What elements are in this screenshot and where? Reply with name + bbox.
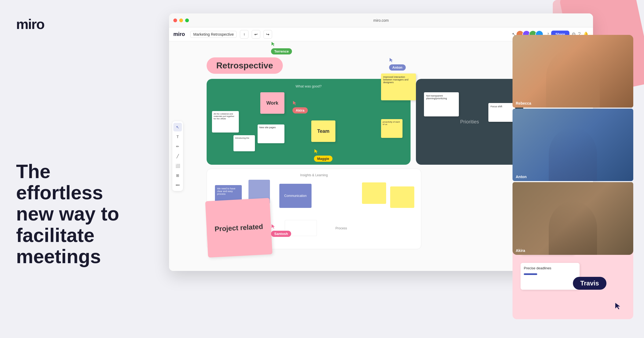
left-panel: miro The effortless new way to facilitat… xyxy=(0,0,153,338)
url-bar[interactable]: miro.com xyxy=(373,18,389,23)
introducing-sticky[interactable]: Introducing the xyxy=(233,135,255,151)
note-tool[interactable]: ⬜ xyxy=(173,161,182,170)
process-label: Process xyxy=(335,226,347,230)
miro-brand[interactable]: miro xyxy=(173,31,185,37)
cursor-arrow-anton xyxy=(389,57,394,63)
priorities-label: Priorities xyxy=(460,119,479,125)
what-was-good-section: What was good? Improved interaction betw… xyxy=(207,79,411,165)
more-tools[interactable]: ••• xyxy=(173,181,182,189)
cursor-arrow-santosh xyxy=(271,224,276,229)
video-tile-anton: Anton xyxy=(513,109,633,181)
miro-logo: miro xyxy=(16,16,137,32)
retro-title: Retrospective xyxy=(207,57,283,74)
svg-marker-3 xyxy=(272,224,275,229)
redo-button[interactable]: ↪ xyxy=(264,30,272,39)
video-name-anton: Anton xyxy=(516,175,526,179)
travis-cursor: Travis xyxy=(614,302,623,311)
new-site-sticky[interactable]: New site pages xyxy=(258,124,284,143)
svg-marker-0 xyxy=(272,42,275,46)
anton-cursor: Anton xyxy=(389,57,406,71)
santosh-badge: Santosh xyxy=(271,231,291,237)
browser-chrome: miro.com xyxy=(169,13,593,27)
board-title[interactable]: Marketing Retrospective xyxy=(190,31,237,38)
frame-tool[interactable]: ⊞ xyxy=(173,171,182,180)
video-name-rebecca: Rebecca xyxy=(516,101,531,105)
deadline-bar xyxy=(524,273,537,275)
cursor-arrow-maggie xyxy=(314,149,319,154)
priorities-section: Priorities Not transparent planning/prio… xyxy=(416,79,523,165)
communication-sticky[interactable]: Communication xyxy=(279,184,312,208)
select-tool[interactable]: ↖ xyxy=(173,123,182,131)
maggie-cursor: Maggie xyxy=(314,149,332,162)
video-tile-akira: Akira xyxy=(513,182,633,255)
svg-marker-5 xyxy=(615,303,620,309)
insight-yellow1[interactable] xyxy=(362,182,386,204)
work-sticky[interactable]: Work xyxy=(260,92,284,114)
traffic-lights xyxy=(173,19,189,22)
close-button[interactable] xyxy=(173,19,177,22)
insight-yellow2[interactable] xyxy=(390,186,414,208)
team-sticky[interactable]: Team xyxy=(311,120,335,142)
pen-tool[interactable]: ✏ xyxy=(173,142,182,151)
cursor-arrow-terrence xyxy=(271,41,276,47)
focus-shift-sticky[interactable]: Focus shift xyxy=(488,103,515,122)
right-panel: miro.com miro Marketing Retrospective ↑ … xyxy=(153,0,644,338)
undo-button[interactable]: ↩ xyxy=(252,30,260,39)
what-was-good-label: What was good? xyxy=(212,84,405,88)
insights-label: Insights & Learning xyxy=(211,173,417,177)
text-tool[interactable]: T xyxy=(173,133,182,141)
video-tile-rebecca: Rebecca xyxy=(513,35,633,108)
anton-badge: Anton xyxy=(389,64,406,71)
cursor-arrow-akira xyxy=(292,100,298,106)
priority-sticky[interactable]: proactivity of each of us xyxy=(381,119,402,138)
improved-sticky[interactable]: Improved interaction between managers an… xyxy=(381,74,416,100)
export-button[interactable]: ↑ xyxy=(240,30,248,39)
video-name-akira: Akira xyxy=(516,248,525,253)
svg-marker-4 xyxy=(314,149,318,153)
terrence-cursor: Terrence xyxy=(271,41,292,54)
collateral-sticky[interactable]: All the collateral and materials put tog… xyxy=(212,111,239,133)
akira-badge: Akira xyxy=(292,107,308,113)
not-transparent-sticky[interactable]: Not transparent planning/prioritizing xyxy=(424,92,459,116)
travis-badge: Travis xyxy=(573,277,606,290)
travis-arrow xyxy=(614,302,623,310)
draw-tool[interactable]: ╱ xyxy=(173,152,182,160)
santosh-cursor: Santosh xyxy=(271,224,291,237)
tagline: The effortless new way to facilitate mee… xyxy=(16,161,137,267)
video-panel: Rebecca Anton Akira xyxy=(513,35,633,255)
precise-deadlines-sticky[interactable]: Precise deadlines xyxy=(521,263,580,290)
terrence-badge: Terrence xyxy=(271,48,292,54)
maggie-badge: Maggie xyxy=(314,156,332,162)
minimize-button[interactable] xyxy=(179,19,183,22)
tool-sidebar: ↖ T ✏ ╱ ⬜ ⊞ ••• xyxy=(172,121,183,191)
project-related-sticky[interactable]: Project related xyxy=(205,198,273,258)
maximize-button[interactable] xyxy=(185,19,189,22)
akira-cursor: Akira xyxy=(292,100,308,113)
svg-marker-2 xyxy=(390,58,393,62)
svg-marker-1 xyxy=(293,101,296,105)
